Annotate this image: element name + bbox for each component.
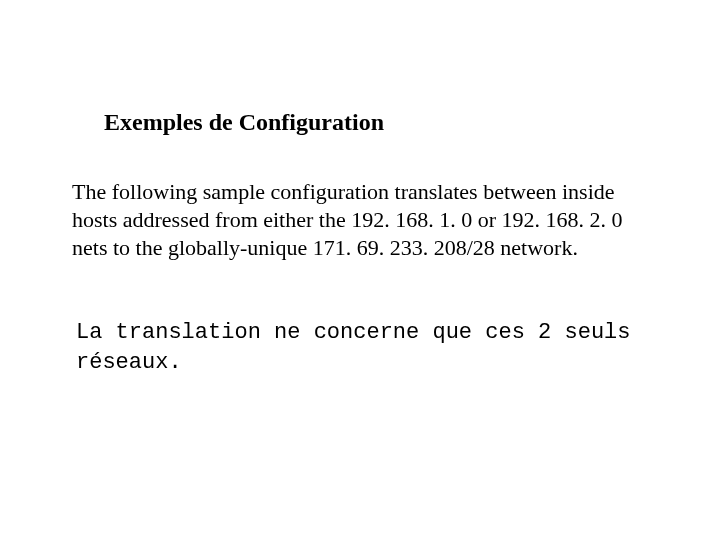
monospace-note: La translation ne concerne que ces 2 seu…	[76, 318, 656, 377]
slide: Exemples de Configuration The following …	[0, 0, 720, 540]
body-paragraph: The following sample configuration trans…	[72, 178, 652, 262]
slide-title: Exemples de Configuration	[104, 108, 384, 137]
